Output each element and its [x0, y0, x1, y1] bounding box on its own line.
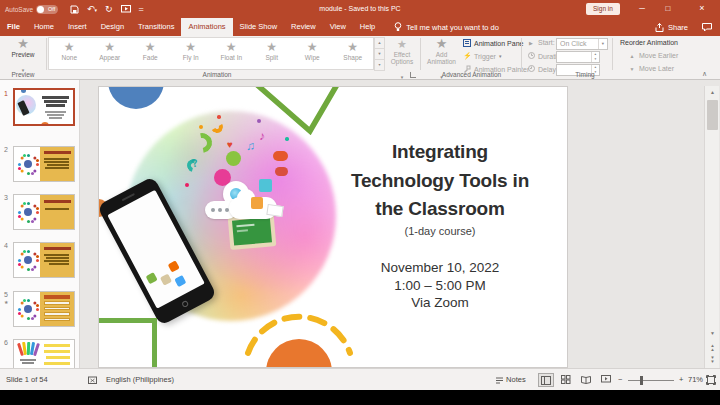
slide-thumbnail-1[interactable] [13, 88, 75, 126]
trigger-button[interactable]: ⚡ Trigger ▾ [463, 52, 501, 60]
thumbnail-number: 5 [4, 291, 8, 298]
slide-canvas[interactable]: ♥ ♪ ♫ ? [98, 86, 568, 368]
notes-button[interactable]: Notes [495, 369, 526, 391]
gallery-scroll-up-button[interactable]: ▲ [374, 37, 385, 49]
zoom-level[interactable]: 71% [688, 369, 703, 391]
animation-float-in[interactable]: ★Float In [211, 38, 252, 69]
slide-venue-line: Via Zoom [279, 294, 568, 312]
tab-view[interactable]: View [323, 18, 353, 36]
animation-fly-in[interactable]: ★Fly In [171, 38, 212, 69]
workspace: 1 2 3 [0, 80, 720, 368]
reading-view-icon [581, 375, 591, 384]
animation-star-icon: ★ [333, 40, 374, 54]
slide-thumbnail-3[interactable] [13, 194, 75, 230]
animation-dialog-launcher[interactable] [410, 72, 416, 78]
zoom-slider-track[interactable] [628, 380, 674, 381]
move-earlier-button[interactable]: ▲ Move Earlier [628, 52, 678, 59]
slide-number-indicator[interactable]: Slide 1 of 54 [6, 369, 48, 391]
tab-insert[interactable]: Insert [61, 18, 94, 36]
zoom-slider-thumb[interactable] [640, 376, 643, 385]
sign-in-button[interactable]: Sign in [586, 3, 620, 15]
fit-to-window-button[interactable] [706, 369, 716, 391]
start-combobox[interactable]: On Click ▾ [556, 38, 608, 50]
slide-date-line: November 10, 2022 [279, 259, 568, 277]
move-earlier-icon: ▲ [628, 53, 636, 59]
spinner-arrows-icon[interactable]: ▴▾ [591, 52, 599, 62]
slide-thumbnail-5[interactable] [13, 291, 75, 327]
powerpoint-window: AutoSave Off ↶▾ ↻ = module - Saved to th… [0, 0, 720, 405]
slide-sorter-icon [561, 375, 571, 384]
animation-none[interactable]: ★None [49, 38, 90, 69]
animation-pane-icon [463, 39, 471, 48]
animation-split[interactable]: ★Split [252, 38, 293, 69]
animation-star-icon: ★ [90, 40, 131, 54]
gallery-scrollbar: ▲ ▼ ▾ [374, 37, 385, 70]
sun-shape [229, 302, 369, 368]
start-row: ▶ Start: [527, 39, 555, 46]
scrollbar-thumb[interactable] [707, 100, 718, 130]
slide-title-textbox[interactable]: Integrating Technology Tools in the Clas… [279, 138, 568, 224]
gallery-more-button[interactable]: ▾ [374, 60, 385, 71]
tab-slide-show[interactable]: Slide Show [233, 18, 285, 36]
animation-fade[interactable]: ★Fade [130, 38, 171, 69]
title-line: Integrating [279, 138, 568, 167]
tab-review[interactable]: Review [284, 18, 323, 36]
slide-thumbnail-4[interactable] [13, 242, 75, 278]
group-label-animation: Animation [48, 71, 386, 78]
tab-file[interactable]: File [0, 18, 27, 36]
combobox-dropdown-icon[interactable]: ▾ [598, 39, 607, 49]
scroll-up-button[interactable]: ▲ [705, 89, 720, 95]
tell-me-box[interactable]: Tell me what you want to do [394, 18, 499, 36]
animation-appear[interactable]: ★Appear [90, 38, 131, 69]
comments-button[interactable] [702, 18, 712, 36]
zoom-in-button[interactable]: + [679, 369, 683, 391]
reorder-animation-label: Reorder Animation [620, 39, 678, 46]
normal-view-icon [541, 376, 551, 385]
blue-circle-shape [108, 86, 164, 109]
scroll-down-button[interactable]: ▼ [705, 330, 720, 336]
group-divider [521, 38, 522, 70]
animation-star-icon: ★ [130, 40, 171, 54]
preview-button[interactable]: ★ Preview ▾ [2, 37, 44, 70]
proofing-status-icon[interactable] [88, 369, 97, 391]
screen-background [0, 390, 720, 405]
minimize-button[interactable]: ─ [632, 0, 652, 18]
zoom-out-button[interactable]: − [618, 369, 622, 391]
gallery-scroll-down-button[interactable]: ▼ [374, 49, 385, 60]
close-button[interactable]: × [690, 0, 714, 18]
add-animation-button[interactable]: ★ Add Animation ▾ [423, 37, 460, 70]
animation-pane-button[interactable]: Animation Pane [463, 39, 523, 48]
next-slide-button[interactable]: ▼▼ [705, 356, 720, 364]
slide-thumbnail-6[interactable] [13, 339, 75, 368]
thumbnail-number: 3 [4, 194, 8, 201]
tab-design[interactable]: Design [94, 18, 131, 36]
thumbnail-number: 1 [4, 90, 8, 97]
animation-star-icon: ★ [211, 40, 252, 54]
maximize-button[interactable]: □ [658, 0, 678, 18]
status-bar: Slide 1 of 54 English (Philippines) Note… [0, 368, 720, 390]
tab-home[interactable]: Home [27, 18, 61, 36]
slide-thumbnail-2[interactable] [13, 146, 75, 182]
slide-show-button[interactable] [598, 373, 614, 387]
previous-slide-button[interactable]: ▲▲ [705, 344, 720, 352]
vertical-scrollbar[interactable]: ▲ ▼ ▲▲ ▼▼ [704, 86, 719, 368]
animation-wipe[interactable]: ★Wipe [292, 38, 333, 69]
collapse-ribbon-button[interactable]: ∧ [702, 70, 707, 78]
slide-sorter-view-button[interactable] [558, 373, 574, 387]
normal-view-button[interactable] [538, 373, 554, 387]
effect-options-button[interactable]: ★ Effect Options ▾ [386, 37, 418, 70]
thumbnail-number: 4 [4, 242, 8, 249]
language-indicator[interactable]: English (Philippines) [106, 369, 174, 391]
share-label: Share [668, 23, 688, 32]
animation-indicator-icon: ★ [4, 299, 8, 305]
tab-transitions[interactable]: Transitions [131, 18, 181, 36]
reading-view-button[interactable] [578, 373, 594, 387]
tab-animations[interactable]: Animations [181, 18, 232, 36]
animation-shape[interactable]: ★Shape [333, 38, 374, 69]
add-animation-star-icon: ★ [423, 37, 460, 51]
tab-help[interactable]: Help [353, 18, 382, 36]
duration-spinner[interactable]: ▴▾ [556, 51, 600, 63]
slide-subtitle[interactable]: (1-day course) [279, 225, 568, 237]
slide-details-textbox[interactable]: November 10, 2022 1:00 – 5:00 PM Via Zoo… [279, 259, 568, 312]
share-button[interactable]: Share [655, 18, 688, 36]
